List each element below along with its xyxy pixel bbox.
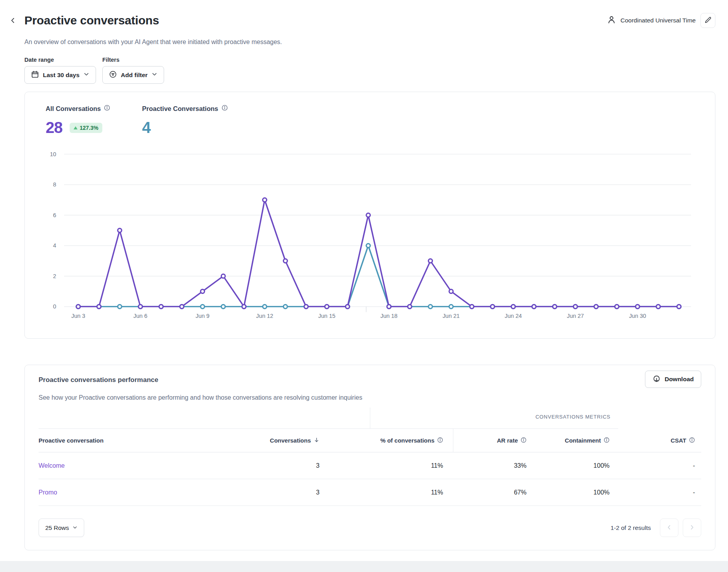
chevron-left-icon [10,17,16,25]
cell-csat: - [610,489,701,496]
edit-timezone-button[interactable] [700,13,715,28]
data-point [429,304,432,308]
filters-group: Filters Add filter [102,57,164,84]
page-description: An overview of conversations with your A… [24,39,715,46]
cell-pct: 11% [320,489,443,496]
info-icon [689,437,695,444]
data-point [159,304,163,308]
table-row: Promo 3 11% 67% 100% - [39,479,701,506]
performance-title: Proactive conversations performance [39,371,158,384]
add-filter-button[interactable]: Add filter [102,66,164,84]
chevron-down-icon [72,524,78,531]
page-bottom-strip [0,561,728,572]
data-point [429,259,432,263]
cell-conversations: 3 [241,462,320,469]
chevron-right-icon [689,524,695,532]
data-point [221,274,225,278]
info-icon[interactable] [104,105,110,113]
date-range-value: Last 30 days [43,72,79,79]
page-header: Proactive conversations Coordinated Univ… [24,12,715,29]
y-axis-tick-label: 4 [53,242,56,249]
data-point [283,259,287,263]
x-axis-tick-label: Jun 21 [443,313,460,319]
cell-containment: 100% [527,462,610,469]
data-point [118,304,122,308]
cell-containment: 100% [527,489,610,496]
col-containment[interactable]: Containment [527,437,610,444]
data-point [97,304,101,308]
calendar-icon [31,70,39,80]
date-range-label: Date range [24,57,96,63]
chevron-down-icon [152,71,157,79]
x-axis-tick-label: Jun 9 [196,313,209,319]
x-axis-tick-label: Jun 6 [133,313,147,319]
data-point [221,304,225,308]
data-point [449,304,453,308]
delta-value: 127.3% [80,125,98,131]
col-proactive-conversation: Proactive conversation [39,437,241,444]
cell-ar: 67% [443,489,527,496]
col-ar-rate[interactable]: AR rate [443,437,527,444]
y-axis-tick-label: 10 [50,151,56,157]
cell-conversations: 3 [241,489,320,496]
timezone-label: Coordinated Universal Time [621,17,696,24]
y-axis-tick-label: 2 [53,273,56,279]
page-title: Proactive conversations [24,14,159,27]
row-link-promo[interactable]: Promo [39,489,57,496]
data-point [263,198,267,202]
prev-page-button[interactable] [660,518,678,537]
data-point [636,304,639,308]
column-divider [370,408,370,429]
proactive-conversations-label: Proactive Conversations [142,105,218,113]
data-point [283,304,287,308]
date-range-group: Date range Last 30 days [24,57,96,84]
triangle-up-icon [74,126,78,129]
stats-row: All Conversations 28 127.3% Proactive Co… [46,105,228,137]
row-link-welcome[interactable]: Welcome [39,462,65,469]
page: Proactive conversations Coordinated Univ… [0,0,728,572]
data-point [594,304,598,308]
date-range-button[interactable]: Last 30 days [24,66,96,84]
table-header-row: Proactive conversation Conversations % o… [39,429,701,452]
data-point [553,304,557,308]
delta-badge: 127.3% [70,123,102,133]
data-point [366,213,370,217]
rows-per-page-button[interactable]: 25 Rows [39,518,84,537]
x-axis-tick-label: Jun 3 [71,313,85,319]
col-csat[interactable]: CSAT [610,437,701,444]
group-underline [39,428,618,429]
filter-bar: Date range Last 30 days Filters Add filt… [24,57,715,84]
y-axis-tick-label: 0 [53,303,56,310]
cell-ar: 33% [443,462,527,469]
all-conversations-stat: All Conversations 28 127.3% [46,105,142,137]
cell-csat: - [610,462,701,469]
data-point [387,304,391,308]
user-icon [607,15,616,26]
data-point [346,304,349,308]
data-point [656,304,660,308]
data-point [491,304,495,308]
data-point [76,304,80,308]
info-icon[interactable] [222,105,228,113]
filter-lines-icon [109,70,117,80]
proactive-conversations-stat: Proactive Conversations 4 [142,105,228,137]
next-page-button[interactable] [683,518,701,537]
pagination: 25 Rows 1-2 of 2 results [39,518,701,537]
data-point [366,244,370,247]
x-axis-tick-label: Jun 15 [318,313,335,319]
data-point [511,304,515,308]
col-pct-of-conversations[interactable]: % of conversations [320,437,443,444]
info-icon [521,437,527,444]
download-button[interactable]: Download [645,371,701,388]
col-conversations[interactable]: Conversations [241,437,320,444]
x-axis-tick-label: Jun 18 [381,313,397,319]
back-button[interactable] [7,15,19,27]
data-point [615,304,619,308]
data-point [139,304,142,308]
info-icon [437,437,443,444]
download-label: Download [665,376,694,383]
all-conversations-label: All Conversations [46,105,101,113]
x-axis-tick-label: Jun 24 [505,313,522,319]
all-conversations-value: 28 [46,119,63,137]
data-point [304,304,308,308]
